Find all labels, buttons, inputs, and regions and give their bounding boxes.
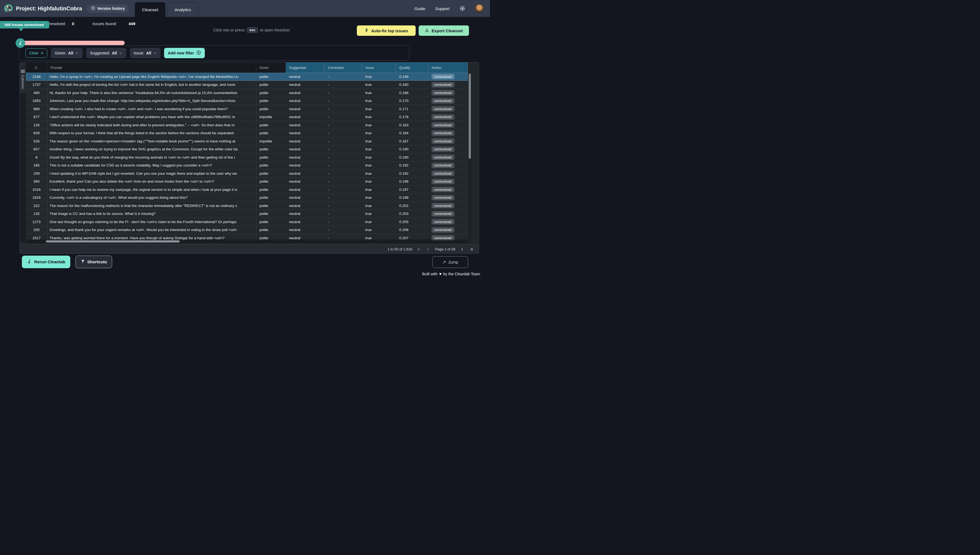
status-badge: unresolved (431, 179, 454, 184)
cell-prompt: Good! By the way, what do you think of m… (47, 153, 256, 161)
export-cleanset-button[interactable]: Export Cleanset (419, 26, 469, 36)
column-header-given[interactable]: Given (256, 63, 286, 73)
cell-suggested: neutral (286, 121, 325, 129)
jump-button[interactable]: ↗ Jump (432, 256, 468, 268)
cell-issue: true (362, 194, 396, 202)
status-badge: unresolved (431, 163, 454, 168)
nav-support[interactable]: Support (435, 6, 449, 11)
rerun-cleanlab-button[interactable]: Rerun Cleanlab (22, 256, 70, 268)
cell-action: unresolved (428, 137, 468, 145)
column-header-c[interactable]: C. (26, 63, 47, 73)
shortcuts-button[interactable]: Shortcuts (75, 256, 112, 268)
filter-bar: Clear ✕ Given:AllSuggested:AllIssue:All … (19, 45, 409, 61)
cell-given: polite (256, 202, 286, 210)
tooltip-arrow (19, 28, 24, 31)
cell-issue: true (362, 153, 396, 161)
cell-quality: 0.206 (396, 226, 428, 234)
table-row[interactable]: 185This is not a suitable candidate for … (26, 162, 468, 170)
cell-corrected: - (325, 129, 362, 137)
table-row[interactable]: 126"Office actions will be clearly indic… (26, 121, 468, 129)
cell-id: 480 (26, 89, 47, 97)
cell-corrected: - (325, 121, 362, 129)
cell-suggested: neutral (286, 194, 325, 202)
cell-suggested: neutral (286, 146, 325, 153)
prev-page-button[interactable] (426, 247, 431, 252)
table-row[interactable]: 526The reason given on the <nowiki><pers… (26, 137, 468, 146)
chevron-down-icon (153, 51, 157, 55)
column-header-action[interactable]: Action (428, 63, 468, 73)
resolver-hint: Click row or press esc to open Resolver (213, 27, 290, 33)
first-page-button[interactable] (417, 247, 421, 252)
tab-cleanset[interactable]: Cleanset (135, 2, 165, 17)
cell-corrected: - (325, 89, 362, 97)
table-row[interactable]: 1536Hello, I'm a sysop in <url>, I'm cre… (26, 73, 468, 81)
column-header-prompt[interactable]: Prompt (47, 63, 256, 73)
table-header-row: C.PromptGivenSuggestedCorrectedIssueQual… (26, 63, 468, 73)
table-row[interactable]: 205Greetings, and thank you for your cog… (26, 226, 468, 234)
cell-id: 639 (26, 129, 47, 137)
cell-suggested: neutral (286, 170, 325, 177)
columns-panel-toggle[interactable]: Columns (20, 68, 26, 93)
column-header-corrected[interactable]: Corrected (325, 63, 362, 73)
horizontal-scrollbar[interactable] (26, 239, 468, 243)
status-badge: unresolved (431, 122, 454, 128)
status-badge: unresolved (431, 227, 454, 233)
column-header-quality[interactable]: Quality (396, 63, 428, 73)
status-badge: unresolved (431, 138, 454, 144)
cell-action: unresolved (428, 226, 468, 234)
table-row[interactable]: 222The reason for the malfunctioning red… (26, 202, 468, 210)
table-row[interactable]: 657Another thing, I been working on tryi… (26, 146, 468, 154)
table-row[interactable]: 6Good! By the way, what do you think of … (26, 153, 468, 162)
filter-dropdown-issue[interactable]: Issue:All (130, 48, 160, 58)
filter-dropdown-suggested[interactable]: Suggested:All (86, 48, 126, 58)
table-row[interactable]: 1273One last thought on groups claiming … (26, 218, 468, 226)
table-row[interactable]: 877I don't understand this <url>. Maybe … (26, 113, 468, 121)
issues-progress-bar (21, 41, 125, 45)
table-row[interactable]: 135That image is CC and has a link to it… (26, 210, 468, 218)
cell-issue: true (362, 97, 396, 105)
main-tabs: Cleanset Analytics (135, 2, 198, 17)
cell-suggested: neutral (286, 89, 325, 97)
table-row[interactable]: 394Excellent, thank you! Can you also de… (26, 178, 468, 186)
cell-given: polite (256, 89, 286, 97)
horizontal-scrollbar-thumb[interactable] (46, 240, 180, 242)
cell-prompt: That image is CC and has a link to its s… (47, 210, 256, 218)
cell-quality: 0.149 (396, 73, 428, 81)
clear-filters-button[interactable]: Clear ✕ (26, 48, 47, 58)
cell-issue: true (362, 202, 396, 210)
cell-corrected: - (325, 202, 362, 210)
esc-key: esc (247, 27, 258, 33)
user-avatar[interactable] (475, 4, 483, 13)
vertical-scrollbar[interactable] (468, 73, 472, 241)
table-row[interactable]: 639With respect to your format, I think … (26, 129, 468, 138)
sidebar-handle[interactable] (20, 63, 26, 67)
cell-action: unresolved (428, 105, 468, 113)
autofix-top-issues-button[interactable]: Auto-fix top issues (357, 26, 415, 36)
cell-given: polite (256, 170, 286, 177)
table-row[interactable]: 209I tried updating it to WP:DAB style b… (26, 170, 468, 178)
add-new-filter-button[interactable]: Add new filter (164, 48, 205, 58)
cell-given: polite (256, 73, 286, 81)
vertical-scrollbar-thumb[interactable] (469, 74, 471, 159)
nav-guide[interactable]: Guide (414, 6, 425, 11)
gear-icon[interactable] (459, 5, 465, 11)
last-page-button[interactable] (469, 247, 474, 252)
page-title: Project: HighfalutinCobra (16, 5, 82, 12)
table-row[interactable]: 988When creating <url>, I also had to cr… (26, 105, 468, 113)
column-header-suggested[interactable]: Suggested (286, 63, 325, 73)
cell-corrected: - (325, 194, 362, 202)
version-history-button[interactable]: Version history (87, 4, 129, 13)
next-page-button[interactable] (460, 247, 465, 252)
table-row[interactable]: 1737Hello, I'm with the project of turni… (26, 81, 468, 89)
status-badge: unresolved (431, 98, 454, 104)
table-row[interactable]: 1016I mean if you can help me to restore… (26, 186, 468, 194)
table-row[interactable]: 1628Currently, <url> is a subcategory of… (26, 194, 468, 202)
filter-dropdown-given[interactable]: Given:All (51, 48, 82, 58)
column-header-issue[interactable]: Issue (362, 63, 396, 73)
cell-given: polite (256, 162, 286, 170)
table-row[interactable]: 1893Jvhertum, Last year you made this ch… (26, 97, 468, 105)
table-row[interactable]: 480Hi, thanks for your help. There is al… (26, 89, 468, 97)
tab-analytics[interactable]: Analytics (167, 2, 199, 17)
cell-suggested: neutral (286, 210, 325, 218)
lightning-icon (364, 28, 369, 34)
